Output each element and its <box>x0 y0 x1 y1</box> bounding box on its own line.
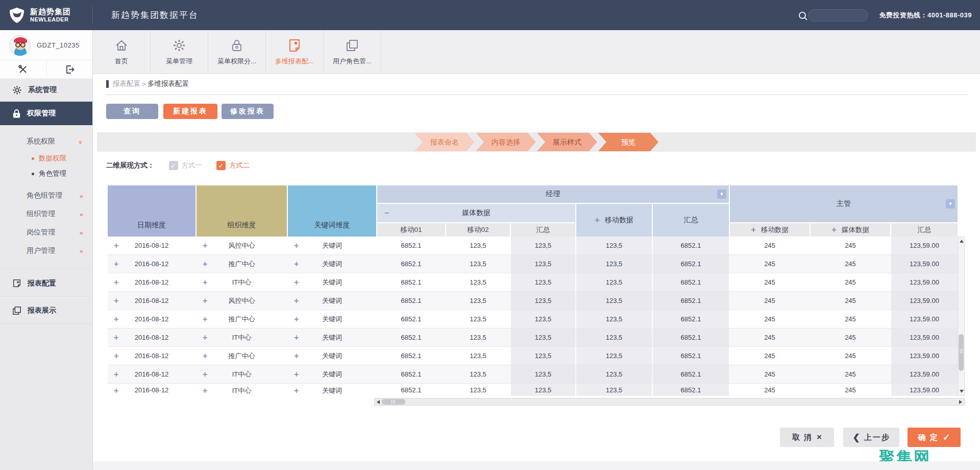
cell-value: 123,5 <box>511 292 575 310</box>
sidebar-item-system-mgmt[interactable]: 系统管理 <box>0 78 92 102</box>
column-header-sup-sum[interactable]: 汇总 <box>891 223 958 237</box>
column-header-date[interactable]: 日期维度 <box>108 185 195 237</box>
avatar[interactable] <box>9 35 31 56</box>
expand-icon[interactable]: + <box>203 386 207 395</box>
sidebar-item-user-mgmt[interactable]: 用户管理 » <box>0 242 92 260</box>
column-header-manager-sum[interactable]: 汇总 <box>653 204 729 237</box>
expand-icon[interactable]: + <box>294 351 299 361</box>
column-header-mobile-data[interactable]: + 移动数据 <box>576 204 652 237</box>
sidebar-item-role-group[interactable]: 角色组管理 » <box>0 186 92 205</box>
sidebar-item-system-perm[interactable]: 系统权限 » <box>0 132 92 151</box>
horizontal-scroll-thumb[interactable] <box>382 399 405 405</box>
expand-icon[interactable]: + <box>203 315 207 324</box>
expand-icon[interactable]: + <box>114 241 118 250</box>
tab-menu-permission[interactable]: 菜单权限分... <box>208 30 266 74</box>
cell-date: +2016-08-12 <box>108 310 195 328</box>
column-header-sup-mobile[interactable]: + 移动数据 <box>730 223 810 237</box>
expand-icon[interactable]: + <box>294 386 299 395</box>
vertical-scrollbar[interactable] <box>958 237 965 396</box>
sidebar-item-org-mgmt[interactable]: 组织管理 » <box>0 205 92 223</box>
expand-icon[interactable]: + <box>114 351 118 361</box>
wizard-step-preview[interactable]: 预览 <box>598 133 658 151</box>
sidebar-item-post-mgmt[interactable]: 岗位管理 » <box>0 223 92 242</box>
column-header-sup-media[interactable]: + 媒体数据 <box>811 223 890 237</box>
tab-label: 用户角色管... <box>333 57 372 66</box>
confirm-button[interactable]: 确 定 ✓ <box>908 428 961 447</box>
expand-icon[interactable]: + <box>203 241 207 250</box>
expand-icon[interactable]: + <box>114 333 118 342</box>
mode2-checkbox[interactable]: ✓ <box>216 161 226 170</box>
subgroup-header-media[interactable]: − 媒体数据 <box>377 204 575 222</box>
vertical-scroll-thumb[interactable] <box>959 334 964 371</box>
sidebar-item-report-display[interactable]: 报表展示 <box>0 297 92 324</box>
group-header-supervisor[interactable]: 主管 ▼ <box>730 185 958 222</box>
wizard-step-style[interactable]: 展示样式 <box>537 133 597 151</box>
sidebar-item-label: 系统权限 <box>27 137 55 146</box>
sidebar-item-report-config[interactable]: 报表配置 <box>0 270 92 297</box>
report-file-icon <box>12 279 21 288</box>
expand-icon[interactable]: + <box>114 370 118 379</box>
scroll-left-icon[interactable] <box>377 400 380 404</box>
query-button[interactable]: 查询 <box>106 104 158 119</box>
sidebar-item-data-perm[interactable]: 数据权限 <box>0 151 92 166</box>
expand-icon[interactable]: + <box>294 260 299 269</box>
column-header-mobile01[interactable]: 移动01 <box>377 223 445 237</box>
expand-icon[interactable]: + <box>294 278 299 287</box>
cell-value: 245 <box>811 237 890 254</box>
cell-value: 245 <box>730 347 810 365</box>
expand-icon[interactable]: + <box>114 315 118 324</box>
cancel-button[interactable]: 取 消 × <box>780 428 834 447</box>
wizard-step-name[interactable]: 报表命名 <box>414 133 475 151</box>
expand-icon[interactable]: + <box>203 351 207 361</box>
prev-label: 上一步 <box>864 433 890 442</box>
collapse-icon[interactable]: − <box>384 208 389 218</box>
expand-icon[interactable]: + <box>114 296 118 306</box>
expand-icon[interactable]: + <box>114 260 118 269</box>
sidebar-item-role-mgmt[interactable]: 角色管理 <box>0 166 92 181</box>
expand-icon[interactable]: + <box>294 370 299 379</box>
breadcrumb-parent[interactable]: 报表配置 <box>113 79 140 88</box>
expand-icon[interactable]: + <box>294 315 299 324</box>
dropdown-icon[interactable]: ▼ <box>946 199 955 208</box>
logout-button[interactable] <box>46 60 93 78</box>
cell-value: 123,5 <box>446 347 510 365</box>
expand-icon[interactable]: + <box>114 386 118 395</box>
tab-user-role[interactable]: 用户角色管... <box>324 30 381 74</box>
mode1-checkbox[interactable]: ✓ <box>169 161 178 170</box>
tab-home[interactable]: 首页 <box>93 30 151 74</box>
expand-icon[interactable]: + <box>831 225 837 235</box>
search-input[interactable] <box>808 12 868 19</box>
expand-icon[interactable]: + <box>203 278 207 287</box>
expand-icon[interactable]: + <box>114 278 118 287</box>
expand-icon[interactable]: + <box>294 296 299 306</box>
expand-icon[interactable]: + <box>751 225 756 235</box>
tab-multidim-report[interactable]: 多维报表配... <box>266 30 324 74</box>
scroll-right-icon[interactable] <box>959 400 962 404</box>
scroll-down-icon[interactable] <box>960 390 964 393</box>
column-header-org[interactable]: 组织维度 <box>197 185 287 237</box>
group-header-manager[interactable]: 经理 ▼ <box>377 185 729 203</box>
expand-icon[interactable]: + <box>294 241 299 250</box>
expand-icon[interactable]: + <box>595 215 600 225</box>
horizontal-scrollbar[interactable] <box>374 398 965 406</box>
expand-icon[interactable]: + <box>294 333 299 342</box>
expand-icon[interactable]: + <box>203 333 207 342</box>
scroll-up-icon[interactable] <box>960 240 964 243</box>
table-row: +2016-08-12+IT中心+关键词6852.1123,5123,5123,… <box>108 273 958 292</box>
column-header-mobile02[interactable]: 移动02 <box>446 223 510 237</box>
sidebar-item-permission-mgmt[interactable]: 权限管理 <box>0 102 92 125</box>
prev-step-button[interactable]: ❮ 上一步 <box>843 428 899 447</box>
tab-menu-mgmt[interactable]: 菜单管理 <box>151 30 208 74</box>
modify-report-button[interactable]: 修改报表 <box>222 104 274 119</box>
expand-icon[interactable]: + <box>203 296 207 306</box>
expand-icon[interactable]: + <box>203 260 207 269</box>
dropdown-icon[interactable]: ▼ <box>717 190 726 199</box>
copy-pages-icon <box>12 306 21 315</box>
wizard-step-content[interactable]: 内容选择 <box>476 133 536 151</box>
create-report-button[interactable]: 新建报表 <box>163 104 217 119</box>
settings-tools-button[interactable] <box>0 60 46 78</box>
column-header-keyword[interactable]: 关键词维度 <box>288 185 376 237</box>
search-box[interactable] <box>808 9 868 21</box>
expand-icon[interactable]: + <box>203 370 207 379</box>
column-header-sum[interactable]: 汇总 <box>511 223 575 237</box>
